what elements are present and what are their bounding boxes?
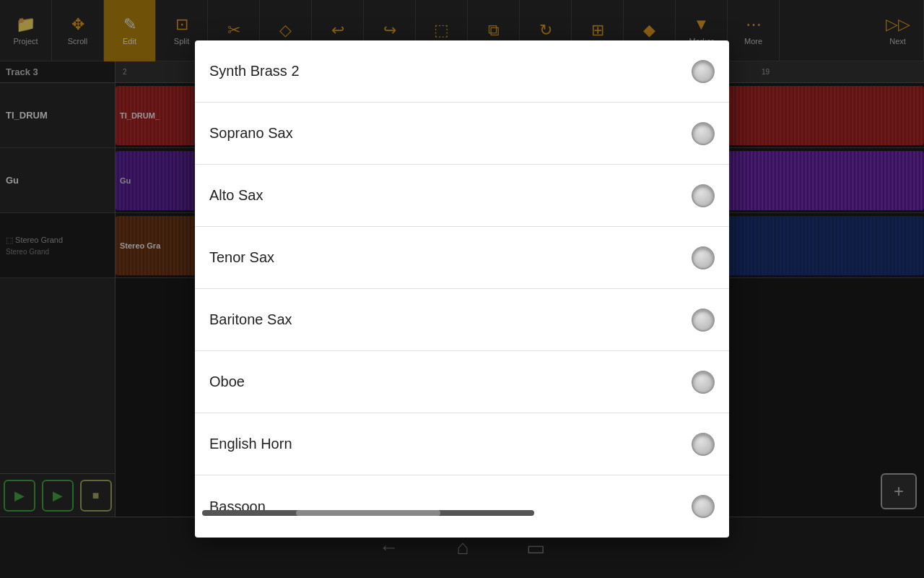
instrument-name-tenor-sax: Tenor Sax bbox=[209, 249, 274, 266]
scrollbar-thumb[interactable] bbox=[296, 510, 440, 516]
instrument-name-synth-brass-2: Synth Brass 2 bbox=[209, 63, 300, 79]
instrument-item-alto-sax[interactable]: Alto Sax bbox=[195, 165, 729, 227]
instrument-item-soprano-sax[interactable]: Soprano Sax bbox=[195, 103, 729, 165]
instrument-name-english-horn: English Horn bbox=[209, 436, 292, 452]
radio-bassoon[interactable] bbox=[692, 495, 715, 518]
instrument-item-oboe[interactable]: Oboe bbox=[195, 351, 729, 413]
instrument-item-bassoon[interactable]: Bassoon bbox=[195, 475, 729, 538]
instrument-name-alto-sax: Alto Sax bbox=[209, 187, 263, 204]
instrument-item-english-horn[interactable]: English Horn bbox=[195, 413, 729, 475]
modal-overlay: Synth Brass 2 Soprano Sax Alto Sax Tenor… bbox=[0, 0, 924, 578]
instrument-name-baritone-sax: Baritone Sax bbox=[209, 311, 292, 328]
radio-english-horn[interactable] bbox=[692, 433, 715, 456]
radio-soprano-sax[interactable] bbox=[692, 122, 715, 145]
radio-baritone-sax[interactable] bbox=[692, 309, 715, 332]
instrument-name-soprano-sax: Soprano Sax bbox=[209, 125, 293, 142]
instrument-item-baritone-sax[interactable]: Baritone Sax bbox=[195, 289, 729, 351]
instrument-item-tenor-sax[interactable]: Tenor Sax bbox=[195, 227, 729, 289]
instrument-name-oboe: Oboe bbox=[209, 374, 245, 390]
instrument-select-modal: Synth Brass 2 Soprano Sax Alto Sax Tenor… bbox=[195, 40, 729, 538]
instrument-item-synth-brass-2[interactable]: Synth Brass 2 bbox=[195, 40, 729, 103]
radio-synth-brass-2[interactable] bbox=[692, 60, 715, 83]
horizontal-scrollbar[interactable] bbox=[202, 510, 534, 516]
radio-oboe[interactable] bbox=[692, 371, 715, 394]
radio-tenor-sax[interactable] bbox=[692, 246, 715, 269]
radio-alto-sax[interactable] bbox=[692, 184, 715, 207]
